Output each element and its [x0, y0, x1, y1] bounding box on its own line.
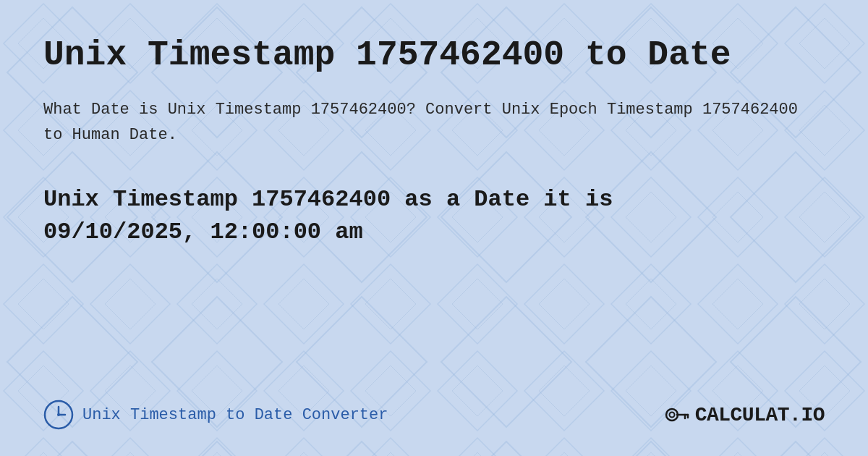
- footer: Unix Timestamp to Date Converter CALCULA…: [43, 385, 825, 430]
- svg-point-9: [57, 413, 60, 416]
- svg-point-11: [669, 413, 674, 418]
- result-section: Unix Timestamp 1757462400 as a Date it i…: [43, 184, 825, 249]
- page-description: What Date is Unix Timestamp 1757462400? …: [43, 97, 825, 148]
- top-section: Unix Timestamp 1757462400 to Date What D…: [43, 35, 825, 177]
- logo-area: CALCULAT.IO: [663, 401, 825, 428]
- result-line2: 09/10/2025, 12:00:00 am: [43, 219, 363, 245]
- svg-point-10: [666, 409, 678, 421]
- result-line1: Unix Timestamp 1757462400 as a Date it i…: [43, 186, 613, 213]
- logo-text: CALCULAT.IO: [695, 404, 825, 426]
- footer-left: Unix Timestamp to Date Converter: [43, 400, 388, 430]
- footer-label: Unix Timestamp to Date Converter: [82, 406, 388, 424]
- page-title: Unix Timestamp 1757462400 to Date: [43, 35, 825, 77]
- clock-icon: [43, 400, 74, 430]
- result-text: Unix Timestamp 1757462400 as a Date it i…: [43, 184, 825, 249]
- logo-icon: [663, 401, 691, 428]
